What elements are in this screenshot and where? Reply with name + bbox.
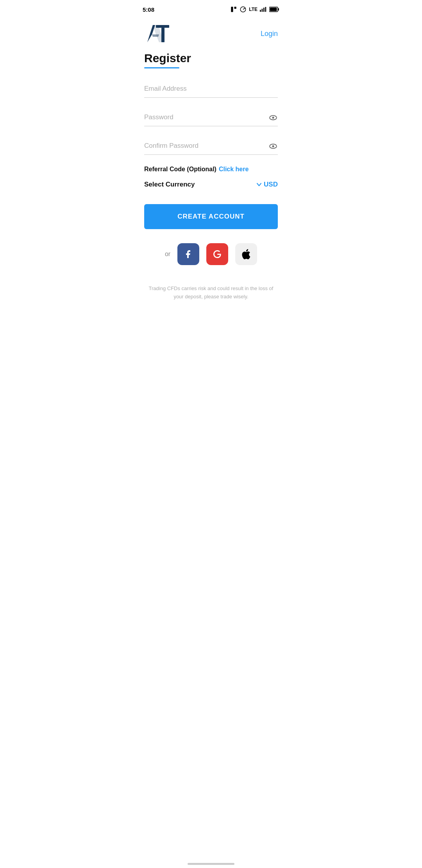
currency-selector[interactable]: Select Currency USD (144, 181, 278, 188)
main-content: Register Referral Code (Optional) Click … (135, 48, 287, 325)
svg-rect-13 (156, 25, 169, 28)
svg-rect-9 (270, 8, 277, 11)
header: Login (135, 17, 287, 48)
at-status-icon (230, 6, 237, 13)
login-link[interactable]: Login (261, 30, 278, 38)
logo (144, 23, 171, 44)
svg-rect-5 (263, 8, 265, 12)
svg-rect-8 (278, 8, 279, 11)
notification-icon (240, 6, 247, 13)
at-logo (144, 23, 171, 44)
password-input[interactable] (144, 109, 278, 126)
social-or-label: or (165, 251, 170, 258)
svg-point-16 (272, 117, 274, 118)
status-icons: LTE (230, 6, 279, 13)
apple-icon (242, 249, 250, 259)
title-underline (144, 67, 179, 68)
create-account-button[interactable]: CREATE ACCOUNT (144, 204, 278, 229)
disclaimer-text: Trading CFDs carries risk and could resu… (144, 277, 278, 313)
facebook-icon (184, 249, 193, 259)
password-toggle-icon[interactable] (268, 113, 278, 122)
password-field-group (144, 109, 278, 126)
currency-value[interactable]: USD (256, 181, 278, 188)
lte-label: LTE (249, 7, 257, 12)
currency-selected-value: USD (264, 181, 278, 188)
apple-login-button[interactable] (235, 243, 257, 265)
confirm-password-field-group (144, 137, 278, 155)
currency-label: Select Currency (144, 181, 195, 188)
status-time: 5:08 (143, 6, 154, 13)
svg-rect-6 (265, 7, 266, 12)
referral-label: Referral Code (Optional) (144, 166, 216, 173)
svg-rect-1 (234, 7, 236, 9)
google-login-button[interactable] (206, 243, 228, 265)
confirm-password-toggle-icon[interactable] (268, 142, 278, 151)
confirm-password-input[interactable] (144, 137, 278, 155)
signal-icon (260, 7, 267, 12)
facebook-login-button[interactable] (177, 243, 199, 265)
svg-point-18 (272, 145, 274, 147)
battery-icon (269, 7, 279, 12)
svg-marker-12 (152, 34, 159, 37)
referral-row: Referral Code (Optional) Click here (144, 166, 278, 173)
google-icon (213, 249, 222, 259)
chevron-down-icon (256, 181, 262, 188)
svg-rect-4 (262, 9, 263, 12)
svg-rect-3 (260, 10, 261, 12)
email-input[interactable] (144, 80, 278, 98)
email-field-group (144, 80, 278, 98)
status-bar: 5:08 LTE (135, 0, 287, 17)
social-login-row: or (144, 243, 278, 265)
page-title: Register (144, 52, 278, 65)
svg-rect-0 (231, 7, 233, 12)
svg-rect-14 (161, 28, 165, 42)
referral-link[interactable]: Click here (219, 166, 249, 173)
